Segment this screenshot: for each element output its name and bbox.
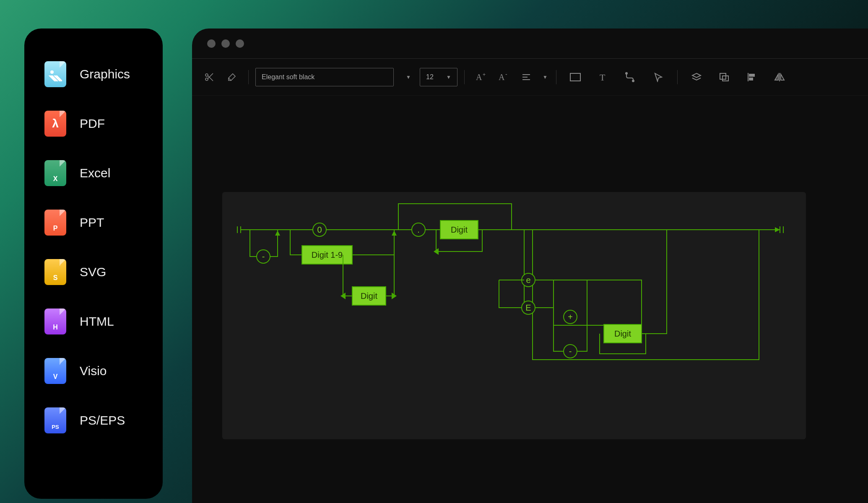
railroad-diagram: - 0 Digit 1-9 Digit . Digit bbox=[222, 192, 806, 439]
font-increase-button[interactable]: A+ bbox=[471, 67, 491, 87]
font-size-select[interactable]: 12 ▼ bbox=[420, 68, 457, 86]
toolbar: Elegant soft black ▼ 12 ▼ A+ A- ▼ bbox=[192, 59, 868, 96]
cursor-icon bbox=[653, 72, 663, 82]
flip-icon bbox=[774, 72, 785, 82]
group-icon bbox=[719, 72, 730, 82]
diagram-canvas[interactable]: - 0 Digit 1-9 Digit . Digit bbox=[222, 192, 806, 439]
sidebar-label: SVG bbox=[80, 265, 106, 279]
sidebar-item-visio[interactable]: V Visio bbox=[24, 346, 163, 396]
window-control-minimize[interactable] bbox=[221, 39, 230, 48]
font-decrease-icon: A- bbox=[498, 72, 509, 82]
svg-rect-13 bbox=[749, 78, 753, 80]
svg-text:+: + bbox=[483, 72, 486, 78]
sidebar-label: HTML bbox=[80, 314, 114, 329]
node-minus: - bbox=[262, 252, 265, 261]
scissors-icon bbox=[204, 72, 214, 82]
chevron-down-icon: ▼ bbox=[406, 74, 411, 80]
sidebar-label: PDF bbox=[80, 117, 105, 131]
brush-icon bbox=[227, 72, 237, 82]
align-objects-button[interactable] bbox=[740, 67, 764, 87]
sidebar-item-ppt[interactable]: P PPT bbox=[24, 198, 163, 247]
node-dot: . bbox=[417, 225, 420, 234]
toolbar-separator bbox=[464, 70, 465, 84]
svg-marker-15 bbox=[275, 231, 280, 236]
svg-text:A: A bbox=[499, 73, 505, 82]
style-dropdown-button[interactable]: ▼ bbox=[397, 67, 416, 87]
excel-file-icon: X bbox=[44, 160, 66, 186]
format-painter-button[interactable] bbox=[222, 67, 242, 87]
window-titlebar bbox=[192, 29, 868, 59]
svg-rect-6 bbox=[570, 73, 580, 81]
sidebar-item-graphics[interactable]: Graphics bbox=[24, 49, 163, 99]
style-value: Elegant soft black bbox=[262, 73, 314, 81]
node-digit-loop: Digit bbox=[361, 291, 377, 301]
font-decrease-button[interactable]: A- bbox=[494, 67, 513, 87]
layers-button[interactable] bbox=[684, 67, 709, 87]
node-minus2: - bbox=[569, 347, 572, 356]
sidebar-label: Visio bbox=[80, 364, 107, 378]
chevron-down-icon: ▼ bbox=[446, 74, 451, 80]
align-left-icon bbox=[747, 72, 757, 82]
node-plus: + bbox=[568, 312, 573, 322]
sidebar-label: PS/EPS bbox=[80, 413, 125, 428]
export-sidebar: Graphics λ PDF X Excel P PPT S SVG H HTM… bbox=[24, 29, 163, 499]
rectangle-icon bbox=[569, 73, 581, 82]
pdf-file-icon: λ bbox=[44, 111, 66, 137]
text-tool-button[interactable]: T bbox=[591, 67, 615, 87]
toolbar-separator bbox=[556, 70, 556, 84]
shape-rect-button[interactable] bbox=[563, 67, 587, 87]
font-size-value: 12 bbox=[426, 73, 434, 81]
svg-point-9 bbox=[632, 80, 634, 82]
window-control-close[interactable] bbox=[207, 39, 216, 48]
sidebar-item-svg[interactable]: S SVG bbox=[24, 247, 163, 297]
node-digit-frac: Digit bbox=[451, 225, 468, 234]
node-digit19: Digit 1-9 bbox=[312, 250, 343, 259]
window-control-maximize[interactable] bbox=[236, 39, 244, 48]
connector-tool-button[interactable] bbox=[619, 67, 643, 87]
sidebar-label: Excel bbox=[80, 166, 110, 180]
node-digit-exp: Digit bbox=[614, 329, 631, 338]
align-icon bbox=[521, 72, 531, 82]
svg-marker-14 bbox=[775, 227, 780, 232]
font-increase-icon: A+ bbox=[475, 72, 487, 82]
sidebar-label: PPT bbox=[80, 215, 104, 230]
cut-button[interactable] bbox=[200, 67, 219, 87]
layers-icon bbox=[691, 72, 702, 82]
sidebar-item-excel[interactable]: X Excel bbox=[24, 148, 163, 198]
chevron-down-icon[interactable]: ▼ bbox=[543, 74, 548, 80]
svg-text:T: T bbox=[600, 72, 606, 82]
group-button[interactable] bbox=[712, 67, 736, 87]
connector-icon bbox=[625, 72, 636, 82]
svg-rect-12 bbox=[749, 74, 754, 76]
svg-marker-18 bbox=[392, 231, 397, 236]
visio-file-icon: V bbox=[44, 358, 66, 384]
toolbar-separator bbox=[248, 70, 249, 84]
svg-point-8 bbox=[626, 73, 627, 74]
graphics-file-icon bbox=[44, 61, 66, 87]
sidebar-item-pdf[interactable]: λ PDF bbox=[24, 99, 163, 148]
node-zero: 0 bbox=[317, 225, 322, 234]
ppt-file-icon: P bbox=[44, 210, 66, 236]
node-e: e bbox=[526, 275, 530, 285]
svg-file-icon: S bbox=[44, 259, 66, 285]
html-file-icon: H bbox=[44, 309, 66, 334]
toolbar-separator bbox=[677, 70, 678, 84]
align-button[interactable] bbox=[517, 67, 536, 87]
style-select[interactable]: Elegant soft black bbox=[255, 68, 394, 86]
svg-text:-: - bbox=[505, 72, 507, 78]
text-icon: T bbox=[598, 72, 608, 82]
editor-window: Elegant soft black ▼ 12 ▼ A+ A- ▼ bbox=[192, 29, 868, 503]
pointer-tool-button[interactable] bbox=[646, 67, 670, 87]
sidebar-item-ps[interactable]: PS PS/EPS bbox=[24, 396, 163, 445]
svg-text:A: A bbox=[476, 73, 482, 82]
ps-file-icon: PS bbox=[44, 407, 66, 433]
node-E: E bbox=[525, 303, 531, 312]
flip-button[interactable] bbox=[767, 67, 792, 87]
sidebar-label: Graphics bbox=[80, 67, 130, 81]
sidebar-item-html[interactable]: H HTML bbox=[24, 297, 163, 346]
